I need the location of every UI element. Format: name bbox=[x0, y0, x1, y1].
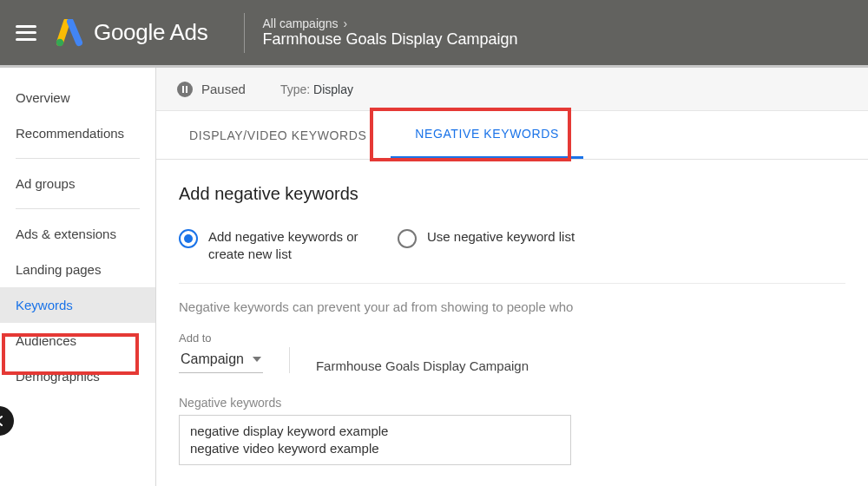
radio-icon bbox=[398, 229, 417, 248]
divider bbox=[244, 13, 245, 53]
app-header: Google Ads All campaigns › Farmhouse Goa… bbox=[0, 0, 868, 68]
divider bbox=[289, 347, 290, 373]
negative-keywords-label: Negative keywords bbox=[179, 396, 845, 410]
divider bbox=[16, 158, 140, 159]
negative-keywords-textarea[interactable]: negative display keyword example negativ… bbox=[179, 415, 571, 466]
svg-point-0 bbox=[56, 38, 63, 45]
add-to-label: Add to bbox=[179, 332, 263, 345]
sidebar-item-recommendations[interactable]: Recommendations bbox=[0, 115, 155, 151]
menu-icon[interactable] bbox=[16, 25, 36, 41]
sidebar: Overview Recommendations Ad groups Ads &… bbox=[0, 68, 156, 486]
breadcrumb-parent[interactable]: All campaigns bbox=[262, 16, 338, 30]
tabs: Display/Video Keywords Negative Keywords bbox=[156, 111, 868, 160]
add-to-row: Add to Campaign Farmhouse Goals Display … bbox=[179, 332, 845, 373]
sidebar-item-ads-extensions[interactable]: Ads & extensions bbox=[0, 216, 155, 252]
campaign-status: Paused bbox=[177, 82, 246, 97]
google-ads-logo-icon bbox=[56, 19, 83, 47]
content-panel: Add negative keywords Add negative keywo… bbox=[156, 160, 868, 465]
tab-negative-keywords[interactable]: Negative Keywords bbox=[391, 111, 583, 159]
campaign-type: Type: Display bbox=[280, 82, 353, 96]
radio-group: Add negative keywords or create new list… bbox=[179, 228, 845, 284]
product-logo[interactable]: Google Ads bbox=[56, 19, 207, 47]
radio-add-new[interactable]: Add negative keywords or create new list bbox=[179, 228, 382, 264]
sidebar-item-keywords[interactable]: Keywords bbox=[0, 287, 155, 323]
chevron-right-icon: › bbox=[344, 16, 348, 30]
radio-label: Use negative keyword list bbox=[427, 228, 575, 246]
breadcrumb-title: Farmhouse Goals Display Campaign bbox=[262, 30, 517, 49]
breadcrumb: All campaigns › Farmhouse Goals Display … bbox=[262, 16, 517, 49]
tab-display-video-keywords[interactable]: Display/Video Keywords bbox=[165, 111, 391, 159]
main: Paused Type: Display Display/Video Keywo… bbox=[156, 68, 868, 486]
type-value: Display bbox=[313, 82, 353, 96]
select-value: Campaign bbox=[181, 351, 244, 367]
add-to-select[interactable]: Campaign bbox=[179, 350, 263, 373]
sidebar-item-ad-groups[interactable]: Ad groups bbox=[0, 166, 155, 201]
sidebar-item-overview[interactable]: Overview bbox=[0, 80, 155, 115]
type-label: Type: bbox=[280, 82, 310, 96]
status-text: Paused bbox=[201, 82, 246, 96]
campaign-name: Farmhouse Goals Display Campaign bbox=[316, 358, 529, 373]
sidebar-item-landing-pages[interactable]: Landing pages bbox=[0, 252, 155, 287]
sidebar-item-demographics[interactable]: Demographics bbox=[0, 358, 155, 394]
collapse-sidebar-button[interactable] bbox=[0, 406, 14, 436]
radio-label: Add negative keywords or create new list bbox=[208, 228, 382, 264]
radio-use-list[interactable]: Use negative keyword list bbox=[398, 228, 575, 248]
section-title: Add negative keywords bbox=[179, 184, 845, 204]
product-name: Google Ads bbox=[94, 19, 207, 46]
sidebar-item-audiences[interactable]: Audiences bbox=[0, 323, 155, 358]
caret-down-icon bbox=[253, 357, 261, 362]
divider bbox=[16, 208, 140, 209]
radio-icon bbox=[179, 229, 198, 248]
status-bar: Paused Type: Display bbox=[156, 68, 868, 111]
pause-icon bbox=[177, 82, 193, 97]
description-text: Negative keywords can prevent your ad fr… bbox=[179, 299, 845, 314]
